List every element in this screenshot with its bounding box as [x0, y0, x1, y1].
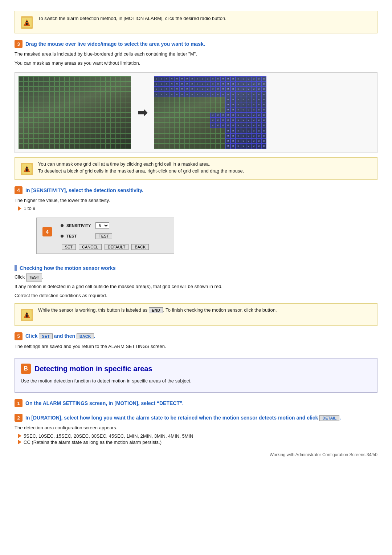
note-3-line1: While the sensor is working, this button…: [38, 307, 149, 313]
step-5-badge: 5: [15, 332, 23, 340]
set-btn-step5[interactable]: SET: [39, 333, 52, 339]
note-2-text: You can unmask one grid cell at a time b…: [38, 161, 244, 174]
checking-suffix: .: [42, 275, 44, 280]
step-5-suffix: .: [94, 333, 95, 339]
note-icon-3: [20, 308, 34, 322]
step-4-badge: 4: [15, 186, 23, 194]
panel-buttons-row: SET CANCEL DEFAULT BACK: [42, 244, 168, 250]
step-3-title: Drag the mouse over live video/image to …: [25, 41, 205, 47]
section-b-intro: Use the motion detection function to det…: [21, 377, 371, 385]
step-3-badge: 3: [15, 40, 23, 48]
note-3-text: While the sensor is working, this button…: [38, 307, 277, 313]
step-5-mid: and then: [53, 333, 77, 339]
section-b-step2-title: In [DURATION], select how long you want …: [25, 415, 341, 421]
section-b-title-text: Detecting motion in specific areas: [34, 365, 152, 373]
section-b-step2-badge: 2: [15, 414, 23, 422]
footer: Working with Administrator Configuration…: [15, 452, 377, 457]
default-button-panel[interactable]: DEFAULT: [105, 244, 129, 250]
step-4-header: 4 In [SENSITIVITY], select the detection…: [15, 186, 377, 194]
detail-btn[interactable]: DETAIL: [319, 415, 339, 421]
grid-overlay-before: // Will be done in JS below: [19, 76, 131, 149]
back-button-panel[interactable]: BACK: [131, 244, 149, 250]
step-4-title: In [SENSITIVITY], select the detection s…: [25, 187, 143, 193]
step-5-body: The settings are saved and you return to…: [15, 343, 377, 351]
step-5-header: 5 Click SET and then BACK.: [15, 332, 377, 340]
section-b-bullet2: CC (Retains the alarm state as long as t…: [24, 439, 162, 445]
section-b-step1-title: On the ALARM SETTINGS screen, in [MOTION…: [25, 400, 184, 406]
grid-overlay-after: MMMMMMMMMMMMMMMMMMMMMMMMMMMMMMMMMMMMMMMM…: [154, 76, 266, 149]
section-b-step2-body: The detection area configuration screen …: [15, 424, 377, 432]
checking-body1: If any motion is detected in a grid cell…: [15, 283, 377, 291]
test-btn-inline[interactable]: TEST: [26, 274, 42, 281]
test-dot: [61, 235, 64, 238]
note-box-2: You can unmask one grid cell at a time b…: [15, 157, 377, 180]
camera-image-before: // Will be done in JS below: [19, 76, 131, 149]
sensitivity-label: SENSITIVITY: [66, 223, 92, 228]
section-b-box: B Detecting motion in specific areas Use…: [15, 358, 377, 393]
step-4-body: The higher the value, the lower the sens…: [15, 197, 377, 204]
step2-title-text: In [DURATION], select how long you want …: [25, 415, 319, 421]
checking-header: Checking how the motion sensor works: [15, 265, 377, 271]
arrow-icon: ➡: [138, 106, 147, 119]
svg-rect-13: [26, 315, 28, 317]
note-3-line2: . To finish checking the motion sensor, …: [163, 307, 277, 313]
bullet-triangle-b1: [18, 434, 21, 438]
step-3-body1: The masked area is indicated by blue-bor…: [15, 50, 377, 58]
checking-click-line: Click TEST.: [15, 274, 377, 281]
step-4-bullet: 1 to 9: [24, 206, 36, 211]
note-1-text: To switch the alarm detection method, in…: [38, 15, 226, 22]
checking-body2: Correct the detection conditions as requ…: [15, 292, 377, 300]
step-3-body2: You can mask as many areas as you want w…: [15, 60, 377, 67]
sub-bar-icon: [15, 265, 17, 271]
back-btn-step5[interactable]: BACK: [77, 333, 94, 339]
images-row: // Will be done in JS below ➡ MMMMMMMMMM…: [15, 72, 377, 153]
section-b-step1-badge: 1: [15, 399, 23, 407]
note-icon-2: [20, 162, 34, 176]
bullet-triangle-1: [18, 206, 21, 211]
bullet-triangle-b2: [18, 440, 21, 444]
test-button[interactable]: TEST: [95, 233, 112, 239]
sensitivity-select[interactable]: 5 1234 6789: [95, 222, 109, 229]
checking-prefix: Click: [15, 275, 26, 280]
sens-dot: [61, 224, 64, 227]
set-button-panel[interactable]: SET: [62, 244, 76, 250]
cancel-button-panel[interactable]: CANCEL: [79, 244, 102, 250]
end-btn-inline: END: [149, 307, 163, 313]
section-b-step2-bullets: 5SEC, 10SEC, 15SEC, 20SEC, 30SEC, 45SEC,…: [18, 433, 377, 445]
svg-rect-4: [26, 21, 28, 22]
checking-title: Checking how the motion sensor works: [20, 265, 115, 271]
svg-rect-8: [26, 169, 28, 171]
sensitivity-panel: 4 SENSITIVITY 5 1234 6789 TEST TEST: [36, 218, 174, 254]
note-box-1: To switch the alarm detection method, in…: [15, 11, 377, 33]
note-2-line1: You can unmask one grid cell at a time b…: [38, 161, 244, 167]
section-b-title: B Detecting motion in specific areas: [21, 364, 371, 374]
svg-rect-14: [26, 313, 28, 315]
step-5-prefix: Click: [25, 333, 39, 339]
step-3-header: 3 Drag the mouse over live video/image t…: [15, 40, 377, 48]
b-badge: B: [21, 364, 31, 374]
svg-rect-9: [26, 167, 28, 169]
step-5-title: Click SET and then BACK.: [25, 333, 95, 339]
section-b-bullet1: 5SEC, 10SEC, 15SEC, 20SEC, 30SEC, 45SEC,…: [24, 433, 193, 439]
test-label: TEST: [66, 234, 92, 238]
note-icon-1: [20, 16, 34, 29]
step-4-bullets: 1 to 9: [18, 206, 377, 211]
section-b-step2-header: 2 In [DURATION], select how long you wan…: [15, 414, 377, 422]
svg-rect-3: [26, 23, 28, 25]
test-row: TEST TEST: [61, 233, 112, 239]
sensitivity-row: SENSITIVITY 5 1234 6789: [61, 222, 112, 229]
note-2-line2: To deselect a block of grid cells in the…: [38, 168, 244, 174]
note-box-3: While the sensor is working, this button…: [15, 303, 377, 326]
panel-step4-badge: 4: [42, 227, 52, 236]
camera-image-after: MMMMMMMMMMMMMMMMMMMMMMMMMMMMMMMMMMMMMMMM…: [154, 76, 266, 149]
step2-title-end: .: [339, 415, 341, 421]
section-b-step1-header: 1 On the ALARM SETTINGS screen, in [MOTI…: [15, 399, 377, 407]
footer-text: Working with Administrator Configuration…: [270, 452, 377, 457]
